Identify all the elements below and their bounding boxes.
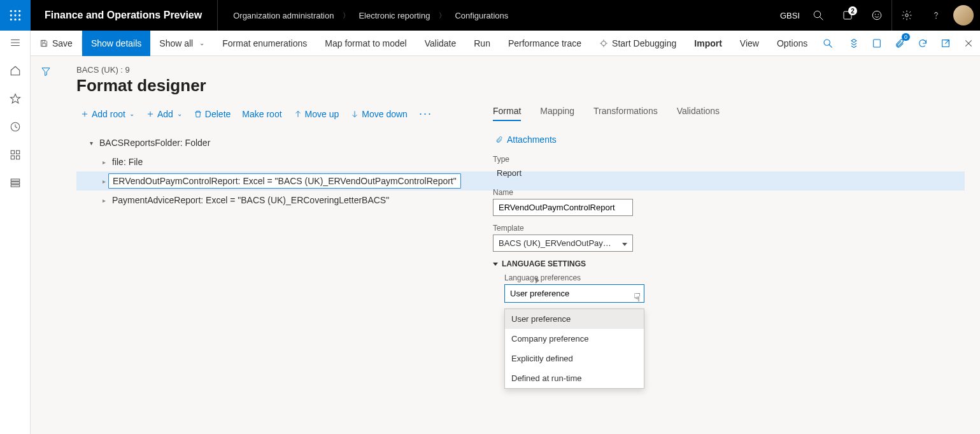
- svg-point-15: [905, 14, 909, 17]
- svg-rect-18: [42, 43, 46, 46]
- svg-point-12: [872, 11, 881, 20]
- details-panel: Format Mapping Transformations Validatio…: [493, 106, 965, 340]
- tab-validations[interactable]: Validations: [677, 106, 720, 121]
- settings-icon[interactable]: [892, 0, 921, 31]
- filter-icon[interactable]: [31, 56, 61, 434]
- tab-mapping[interactable]: Mapping: [540, 106, 574, 121]
- svg-point-8: [18, 18, 20, 20]
- page-subcrumb: BACS (UK) : 9: [76, 65, 965, 75]
- combo-option[interactable]: Defined at run-time: [505, 368, 644, 388]
- svg-point-13: [875, 14, 876, 15]
- name-label: Name: [493, 188, 965, 197]
- help-icon[interactable]: [921, 0, 951, 31]
- action-bar: Save Show details Show all⌄ Format enume…: [0, 31, 980, 56]
- svg-rect-42: [11, 185, 20, 187]
- user-avatar[interactable]: [953, 5, 974, 25]
- svg-point-7: [14, 18, 16, 20]
- search-icon[interactable]: [804, 0, 833, 31]
- details-tabs: Format Mapping Transformations Validatio…: [493, 106, 965, 122]
- svg-point-3: [10, 14, 12, 16]
- language-preferences-combo[interactable]: ☟ User preference Company preference Exp…: [504, 284, 644, 303]
- attachments-link[interactable]: Attachments: [495, 134, 965, 145]
- svg-point-16: [936, 18, 937, 18]
- company-label[interactable]: GBSI: [780, 11, 804, 20]
- svg-line-25: [829, 45, 832, 48]
- recent-icon[interactable]: [10, 121, 21, 135]
- refresh-icon[interactable]: [911, 31, 934, 56]
- svg-rect-38: [11, 156, 14, 159]
- breadcrumb-item[interactable]: Organization administration: [233, 11, 334, 20]
- combo-option[interactable]: Company preference: [505, 329, 644, 349]
- add-root-button[interactable]: Add root⌄: [80, 109, 134, 119]
- left-rail: [0, 31, 31, 434]
- svg-point-19: [602, 41, 606, 45]
- svg-rect-37: [16, 150, 19, 154]
- language-preferences-dropdown: User preference Company preference Expli…: [504, 308, 644, 389]
- page-title: Format designer: [76, 76, 965, 96]
- map-format-button[interactable]: Map format to model: [316, 31, 415, 56]
- validate-button[interactable]: Validate: [416, 31, 465, 56]
- make-root-button[interactable]: Make root: [242, 109, 281, 119]
- app-title: Finance and Operations Preview: [31, 10, 217, 21]
- svg-point-9: [814, 11, 821, 18]
- add-button[interactable]: Add⌄: [146, 109, 182, 119]
- tab-transformations[interactable]: Transformations: [593, 106, 658, 121]
- svg-point-2: [18, 10, 20, 12]
- delete-button[interactable]: Delete: [194, 109, 231, 119]
- top-bar: Finance and Operations Preview Organizat…: [0, 0, 980, 31]
- svg-marker-43: [42, 68, 50, 76]
- format-enumerations-button[interactable]: Format enumerations: [213, 31, 316, 56]
- type-label: Type: [493, 155, 965, 164]
- view-button[interactable]: View: [731, 31, 768, 56]
- datasource-icon[interactable]: [842, 31, 865, 56]
- options-button[interactable]: Options: [768, 31, 816, 56]
- svg-point-6: [10, 18, 12, 20]
- run-button[interactable]: Run: [465, 31, 499, 56]
- language-preferences-label: Language preferences: [504, 273, 965, 282]
- tab-format[interactable]: Format: [493, 106, 521, 121]
- more-icon[interactable]: ···: [419, 107, 432, 120]
- waffle-icon[interactable]: [0, 0, 31, 31]
- move-down-button[interactable]: Move down: [350, 109, 408, 119]
- show-all-button[interactable]: Show all⌄: [150, 31, 213, 56]
- template-select[interactable]: BACS (UK)_ERVendOutPaymC…: [493, 235, 633, 252]
- feedback-icon[interactable]: [862, 0, 891, 31]
- breadcrumb: Organization administration 〉 Electronic…: [218, 11, 508, 20]
- svg-rect-41: [11, 182, 20, 184]
- language-settings-header[interactable]: LANGUAGE SETTINGS: [493, 259, 965, 268]
- hamburger-icon[interactable]: [10, 37, 21, 51]
- svg-rect-36: [11, 150, 14, 154]
- svg-rect-26: [874, 40, 881, 47]
- home-icon[interactable]: [10, 65, 21, 79]
- svg-line-28: [945, 40, 949, 43]
- cursor-pointer-icon: ☟: [634, 291, 641, 305]
- move-up-button[interactable]: Move up: [294, 109, 339, 119]
- office-icon[interactable]: [865, 31, 888, 56]
- svg-point-0: [10, 10, 12, 12]
- save-button[interactable]: Save: [31, 31, 82, 56]
- type-value: Report: [493, 166, 965, 180]
- attachments-top-icon[interactable]: 0: [888, 31, 911, 56]
- breadcrumb-item[interactable]: Electronic reporting: [359, 11, 430, 20]
- combo-option[interactable]: User preference: [505, 309, 644, 329]
- favorite-icon[interactable]: [10, 93, 21, 107]
- find-icon[interactable]: [816, 31, 839, 56]
- svg-point-4: [14, 14, 16, 16]
- modules-icon[interactable]: [10, 177, 21, 191]
- performance-trace-button[interactable]: Performance trace: [499, 31, 590, 56]
- svg-point-24: [824, 40, 830, 45]
- svg-point-1: [14, 10, 16, 12]
- workspaces-icon[interactable]: [10, 149, 21, 163]
- combo-option[interactable]: Explicitly defined: [505, 349, 644, 368]
- popout-icon[interactable]: [934, 31, 957, 56]
- notifications-icon[interactable]: 2: [833, 0, 862, 31]
- close-icon[interactable]: [957, 31, 980, 56]
- svg-marker-34: [10, 94, 20, 103]
- import-button[interactable]: Import: [685, 31, 731, 56]
- name-input[interactable]: [493, 199, 633, 216]
- start-debugging-button[interactable]: Start Debugging: [590, 31, 685, 56]
- show-details-button[interactable]: Show details: [82, 31, 150, 56]
- svg-rect-17: [42, 40, 45, 42]
- language-preferences-input[interactable]: [504, 284, 644, 303]
- breadcrumb-item[interactable]: Configurations: [455, 11, 508, 20]
